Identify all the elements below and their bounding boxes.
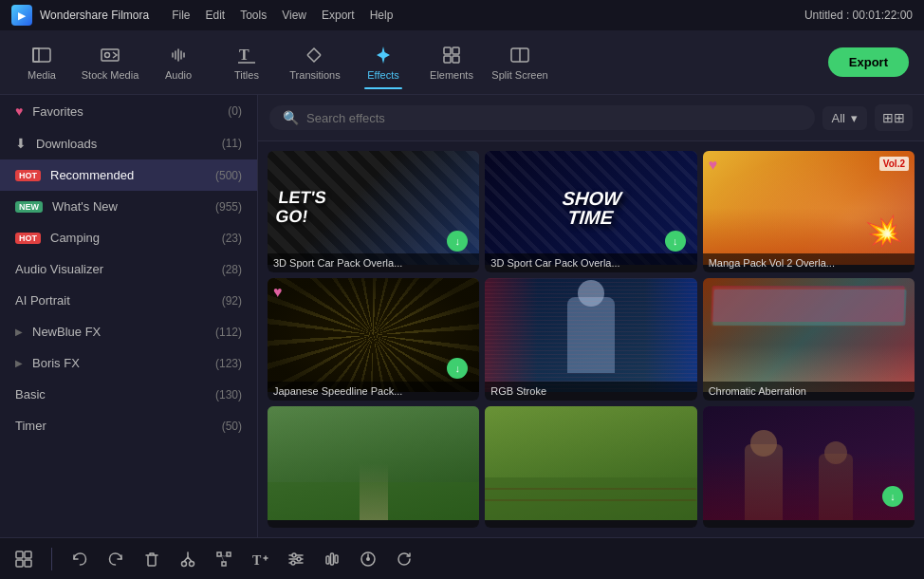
audio-icon bbox=[168, 45, 189, 65]
media-icon bbox=[31, 45, 52, 65]
menu-tools[interactable]: Tools bbox=[240, 9, 267, 22]
sidebar-item-downloads[interactable]: ⬇ Downloads (11) bbox=[0, 127, 257, 159]
effect-card-manga[interactable]: ♥ Vol.2 💥 Manga Pack Vol 2 Overla... bbox=[703, 151, 915, 272]
export-button[interactable]: Export bbox=[828, 47, 909, 77]
tool-delete[interactable] bbox=[143, 551, 160, 568]
search-icon: 🔍 bbox=[283, 110, 299, 125]
newblue-count: (112) bbox=[215, 326, 242, 339]
effect-label-color bbox=[703, 520, 915, 528]
menu-export[interactable]: Export bbox=[322, 9, 355, 22]
project-title: Untitled : 00:01:22:00 bbox=[804, 9, 913, 22]
chevron-down-icon: ▾ bbox=[851, 111, 858, 125]
sidebar: ♥ Favorites (0) ⬇ Downloads (11) HOT Rec… bbox=[0, 95, 258, 537]
favorites-label: Favorites bbox=[32, 104, 83, 119]
effect-card-sport1[interactable]: LET'SGO! ↓ 3D Sport Car Pack Overla... bbox=[268, 151, 479, 272]
effects-content: 🔍 All ▾ ⊞⊞ LET'SGO! ↓ 3D Sport Car Pack … bbox=[258, 95, 924, 537]
sidebar-item-newblue-fx[interactable]: ▶ NewBlue FX (112) bbox=[0, 316, 257, 347]
toolbar-audio[interactable]: Audio bbox=[144, 34, 213, 91]
recommended-count: (500) bbox=[215, 169, 242, 182]
tool-color-grading[interactable] bbox=[287, 551, 305, 568]
effect-label-vine1 bbox=[268, 520, 479, 528]
svg-text:T: T bbox=[252, 553, 262, 568]
sidebar-item-basic[interactable]: Basic (130) bbox=[0, 379, 257, 410]
stock-media-label: Stock Media bbox=[82, 69, 139, 81]
titlebar: ▶ Wondershare Filmora File Edit Tools Vi… bbox=[0, 0, 924, 30]
sidebar-item-timer[interactable]: Timer (50) bbox=[0, 410, 257, 441]
heart-icon: ♥ bbox=[15, 103, 23, 119]
toolbar-stock-media[interactable]: Stock Media bbox=[76, 34, 144, 91]
timer-count: (50) bbox=[222, 420, 242, 433]
effect-thumb-sport1: LET'SGO! ↓ bbox=[268, 151, 479, 265]
transitions-label: Transitions bbox=[289, 69, 340, 81]
menu-file[interactable]: File bbox=[172, 9, 190, 22]
new-badge: NEW bbox=[15, 201, 43, 213]
sidebar-item-whats-new[interactable]: NEW What's New (955) bbox=[0, 191, 257, 222]
tool-scenes[interactable] bbox=[15, 551, 32, 568]
audio-label: Audio bbox=[165, 69, 192, 81]
effect-card-chroma[interactable]: Chromatic Aberration bbox=[703, 278, 915, 400]
basic-label: Basic bbox=[15, 387, 46, 402]
app-logo: ▶ bbox=[11, 5, 32, 26]
tool-cut[interactable] bbox=[179, 551, 196, 568]
effect-label-sport1: 3D Sport Car Pack Overla... bbox=[268, 253, 479, 272]
downloads-label: Downloads bbox=[36, 137, 97, 151]
audio-vis-count: (28) bbox=[222, 263, 242, 276]
effect-card-color[interactable]: ↓ bbox=[703, 406, 915, 528]
toolbar-transitions[interactable]: Transitions bbox=[281, 34, 349, 91]
effect-card-rgb[interactable]: RGB Stroke bbox=[485, 278, 696, 400]
sidebar-item-favorites[interactable]: ♥ Favorites (0) bbox=[0, 95, 257, 127]
svg-rect-12 bbox=[16, 551, 23, 558]
sidebar-item-ai-portrait[interactable]: AI Portrait (92) bbox=[0, 285, 257, 316]
effect-card-speedline[interactable]: ♥ ↓ Japanese Speedline Pack... bbox=[268, 278, 479, 400]
titlebar-menu: File Edit Tools View Export Help bbox=[172, 9, 393, 22]
newblue-label: NewBlue FX bbox=[32, 325, 101, 339]
timer-label: Timer bbox=[15, 419, 46, 433]
sidebar-item-camping[interactable]: HOT Camping (23) bbox=[0, 222, 257, 253]
elements-label: Elements bbox=[430, 69, 473, 81]
svg-rect-15 bbox=[25, 560, 31, 567]
svg-point-29 bbox=[291, 561, 295, 565]
menu-view[interactable]: View bbox=[282, 9, 306, 22]
search-input[interactable] bbox=[306, 111, 802, 125]
tool-bezier[interactable] bbox=[215, 551, 232, 568]
tool-speed[interactable] bbox=[360, 551, 377, 568]
toolbar-elements[interactable]: Elements bbox=[417, 34, 486, 91]
media-label: Media bbox=[28, 69, 56, 81]
toolbar-effects[interactable]: Effects bbox=[349, 34, 417, 91]
grid-toggle[interactable]: ⊞⊞ bbox=[875, 104, 913, 131]
svg-point-3 bbox=[105, 52, 110, 57]
tool-audio[interactable] bbox=[323, 551, 341, 568]
fav-icon-speedline: ♥ bbox=[273, 284, 283, 301]
toolbar: Media Stock Media Audio T Titles bbox=[0, 30, 924, 95]
effect-card-sport2[interactable]: SHOWTIME ↓ 3D Sport Car Pack Overla... bbox=[485, 151, 696, 272]
transitions-icon bbox=[305, 45, 325, 65]
svg-rect-13 bbox=[25, 551, 31, 558]
tool-text[interactable]: T bbox=[251, 551, 268, 568]
toolbar-titles[interactable]: T Titles bbox=[213, 34, 281, 91]
favorites-count: (0) bbox=[228, 104, 242, 118]
titles-icon: T bbox=[236, 45, 257, 65]
toolbar-split-screen[interactable]: Split Screen bbox=[486, 34, 554, 91]
whats-new-count: (955) bbox=[215, 200, 242, 214]
menu-help[interactable]: Help bbox=[370, 9, 394, 22]
effect-card-vine2[interactable] bbox=[485, 406, 696, 528]
sidebar-item-audio-visualizer[interactable]: Audio Visualizer (28) bbox=[0, 253, 257, 285]
tool-undo[interactable] bbox=[71, 551, 88, 568]
titles-label: Titles bbox=[234, 69, 259, 81]
tool-redo[interactable] bbox=[107, 551, 124, 568]
svg-rect-20 bbox=[222, 562, 226, 566]
effect-label-manga: Manga Pack Vol 2 Overla... bbox=[703, 253, 915, 272]
toolbar-media[interactable]: Media bbox=[8, 34, 76, 91]
svg-rect-31 bbox=[331, 553, 334, 565]
effect-card-vine1[interactable] bbox=[268, 406, 479, 528]
sidebar-item-boris-fx[interactable]: ▶ Boris FX (123) bbox=[0, 347, 257, 379]
sidebar-item-recommended[interactable]: HOT Recommended (500) bbox=[0, 159, 257, 191]
tool-loop[interactable] bbox=[396, 551, 413, 568]
svg-point-28 bbox=[297, 557, 301, 561]
search-input-wrap[interactable]: 🔍 bbox=[269, 105, 815, 130]
filter-dropdown[interactable]: All ▾ bbox=[822, 106, 867, 130]
effect-thumb-vine2 bbox=[485, 406, 696, 520]
menu-edit[interactable]: Edit bbox=[206, 9, 226, 22]
download-icon: ⬇ bbox=[15, 136, 27, 151]
svg-rect-18 bbox=[217, 552, 221, 556]
